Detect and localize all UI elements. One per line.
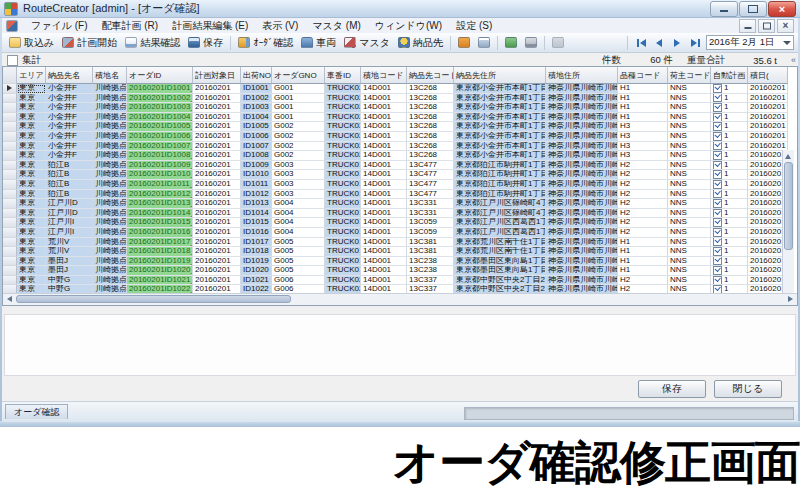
grid-cell[interactable]: ID1021 [241, 276, 272, 286]
grid-cell[interactable]: H1 [618, 266, 668, 276]
grid-cell[interactable]: 江戸川I [46, 228, 93, 238]
grid-cell[interactable]: 東京都小金井市本町1丁目1 [454, 132, 546, 142]
checkbox-checked-icon[interactable] [713, 161, 722, 170]
checkbox-checked-icon[interactable] [713, 276, 722, 285]
grid-cell[interactable]: G001 [272, 113, 325, 123]
row-selector[interactable] [3, 170, 17, 180]
grid-cell[interactable]: H3 [618, 132, 668, 142]
grid-cell[interactable]: 川崎拠点 [93, 94, 127, 104]
grid-cell[interactable]: 20160201 [193, 190, 241, 200]
grid-cell[interactable]: 東京都荒川区南千住1丁目1 [454, 247, 546, 257]
grid-cell[interactable]: 川崎拠点 [93, 190, 127, 200]
grid-cell[interactable]: 14D001 [361, 238, 407, 248]
grid-cell[interactable]: 14D001 [361, 113, 407, 123]
mdi-minimize-button[interactable] [739, 19, 756, 33]
row-selector[interactable] [3, 238, 17, 248]
grid-cell[interactable]: 13C268 [407, 103, 454, 113]
grid-cell[interactable]: 20160201ID1006_0 [127, 132, 193, 142]
grid-cell[interactable]: 20160201 [193, 161, 241, 171]
grid-cell[interactable]: 神奈川県川崎市川崎区 [546, 142, 618, 152]
checkbox-checked-icon[interactable] [713, 94, 722, 103]
grid-cell[interactable]: H2 [618, 199, 668, 209]
grid-cell[interactable]: 東京都江戸川区篠崎町4丁目 [454, 199, 546, 209]
grid-cell[interactable]: 20160201 [193, 142, 241, 152]
package-button[interactable] [501, 36, 521, 49]
grid-cell[interactable]: 20160201 [193, 103, 241, 113]
grid-cell[interactable]: ID1007 [241, 142, 272, 152]
grid-cell[interactable]: 川崎拠点 [93, 247, 127, 257]
grid-cell[interactable]: 川崎拠点 [93, 132, 127, 142]
grid-cell[interactable]: 20160201ID1021_0 [127, 276, 193, 286]
grid-cell[interactable]: 1 [711, 266, 748, 276]
grid-cell[interactable]: ID1009 [241, 161, 272, 171]
result-button[interactable]: 結果確認 [121, 35, 184, 51]
grid-cell[interactable]: 神奈川県川崎市川崎区 [546, 266, 618, 276]
grid-cell[interactable]: 東京都小金井市本町1丁目1 [454, 113, 546, 123]
grid-cell[interactable]: G003 [272, 190, 325, 200]
grid-cell[interactable]: 江戸川D [46, 199, 93, 209]
grid-cell[interactable]: 1 [711, 190, 748, 200]
grid-cell[interactable]: 1 [711, 94, 748, 104]
grid-cell[interactable]: TRUCK01 [325, 190, 361, 200]
grid-cell[interactable]: 14D001 [361, 247, 407, 257]
grid-cell[interactable]: H1 [618, 113, 668, 123]
grid-cell[interactable]: 20160201ID1007_0 [127, 142, 193, 152]
grid-cell[interactable]: 東京都中野区中央2丁目2- [454, 276, 546, 286]
grid-cell[interactable]: 神奈川県川崎市川崎区 [546, 151, 618, 161]
grid-cell[interactable]: 20160201ID1012_0 [127, 190, 193, 200]
grid-cell[interactable]: 20160201 [748, 122, 788, 132]
column-header[interactable]: オーダGNO [272, 67, 325, 84]
grid-cell[interactable]: G005 [272, 238, 325, 248]
grid-cell[interactable]: 1 [711, 247, 748, 257]
menu-item[interactable]: 設定 (S) [449, 18, 499, 34]
column-header[interactable]: 自動計画 [711, 67, 748, 84]
grid-cell[interactable]: 14D001 [361, 209, 407, 219]
checkbox-checked-icon[interactable] [713, 190, 722, 199]
row-selector[interactable] [3, 180, 17, 190]
grid-cell[interactable]: 14D001 [361, 161, 407, 171]
grid-cell[interactable]: 1 [711, 218, 748, 228]
grid-cell[interactable]: H2 [618, 218, 668, 228]
grid-cell[interactable]: ID1015 [241, 218, 272, 228]
grid-cell[interactable]: 1 [711, 132, 748, 142]
grid-cell[interactable]: G004 [272, 228, 325, 238]
menu-item[interactable]: 計画結果編集 (E) [165, 18, 255, 34]
close-button[interactable] [768, 1, 796, 17]
master-button[interactable]: マスタ [340, 35, 394, 51]
grid-cell[interactable]: TRUCK01 [325, 238, 361, 248]
grid-cell[interactable]: G004 [272, 218, 325, 228]
grid-cell[interactable]: 1 [711, 113, 748, 123]
grid-cell[interactable]: 20160201ID1018_0 [127, 247, 193, 257]
grid-cell[interactable]: NNS [668, 113, 711, 123]
grid-cell[interactable]: H1 [618, 257, 668, 267]
grid-cell[interactable]: G001 [272, 84, 325, 94]
grid-cell[interactable]: 東京都墨田区東向島1丁目2 [454, 266, 546, 276]
grid-cell[interactable]: TRUCK01 [325, 199, 361, 209]
mdi-restore-button[interactable] [758, 19, 775, 33]
grid-cell[interactable]: 東京 [17, 218, 46, 228]
grid-cell[interactable]: TRUCK02 [325, 132, 361, 142]
grid-cell[interactable]: 東京 [17, 266, 46, 276]
status-tab-order-check[interactable]: オーダ確認 [5, 404, 68, 419]
grid-cell[interactable]: 13C268 [407, 132, 454, 142]
grid-cell[interactable]: 14D001 [361, 122, 407, 132]
grid-cell[interactable]: TRUCK01 [325, 266, 361, 276]
grid-cell[interactable]: 東京都狛江市駒井町1丁目7 [454, 180, 546, 190]
grid-cell[interactable]: 小金井F [46, 94, 93, 104]
grid-cell[interactable]: 14D001 [361, 103, 407, 113]
grid-cell[interactable]: 13C381 [407, 238, 454, 248]
scroll-up-icon[interactable] [785, 154, 791, 159]
grid-cell[interactable]: 13C477 [407, 180, 454, 190]
checkbox-checked-icon[interactable] [713, 209, 722, 218]
grid-cell[interactable]: ID1013 [241, 199, 272, 209]
menu-item[interactable]: ウィンドウ(W) [368, 18, 449, 34]
row-selector[interactable] [3, 132, 17, 142]
grid-cell[interactable]: 墨田J [46, 257, 93, 267]
grid-cell[interactable]: NNS [668, 209, 711, 219]
grid-cell[interactable]: 東京 [17, 209, 46, 219]
grid-cell[interactable]: 1 [711, 142, 748, 152]
checkbox-checked-icon[interactable] [713, 84, 722, 93]
grid-cell[interactable]: G003 [272, 180, 325, 190]
grid-cell[interactable]: 川崎拠点 [93, 209, 127, 219]
grid-cell[interactable]: 東京 [17, 190, 46, 200]
